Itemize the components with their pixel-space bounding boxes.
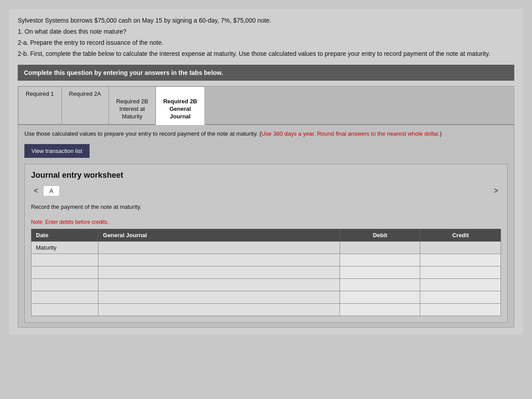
tab-content: Use those calculated values to prepare y…: [18, 125, 514, 328]
cell-date-1[interactable]: Maturity: [31, 242, 98, 254]
question-box: Complete this question by entering your …: [18, 65, 514, 81]
instruction-text: Use those calculated values to prepare y…: [24, 129, 508, 138]
col-header-credit: Credit: [420, 229, 501, 242]
cell-journal-4[interactable]: [98, 279, 340, 291]
table-row: [31, 291, 501, 304]
cell-journal-5[interactable]: [98, 291, 340, 304]
cell-debit-2[interactable]: [340, 254, 420, 266]
tab-letter-a[interactable]: A: [43, 185, 60, 196]
tabs-row: Required 1 Required 2A Required 2BIntere…: [18, 86, 514, 125]
tab-required2b-journal[interactable]: Required 2BGeneralJournal: [156, 86, 205, 125]
table-header-row: Date General Journal Debit Credit: [31, 229, 501, 242]
cell-date-6[interactable]: [31, 304, 98, 316]
note-text: Note: Enter debits before credits.: [31, 219, 501, 225]
cell-journal-3[interactable]: [98, 266, 340, 279]
cell-credit-3[interactable]: [420, 266, 501, 279]
col-header-debit: Debit: [340, 229, 420, 242]
cell-journal-1[interactable]: [98, 242, 340, 254]
nav-right-arrow[interactable]: >: [491, 185, 501, 196]
journal-table-body: Maturity: [31, 242, 501, 316]
journal-title: Journal entry worksheet: [31, 171, 501, 180]
table-row: Maturity: [31, 242, 501, 254]
view-transaction-button[interactable]: View transaction list: [24, 144, 90, 158]
intro-q2a: 2-a. Prepare the entry to record issuanc…: [18, 38, 514, 47]
journal-worksheet: Journal entry worksheet < A > Record the…: [24, 164, 508, 323]
cell-date-3[interactable]: [31, 266, 98, 279]
tab-required1[interactable]: Required 1: [18, 86, 62, 124]
cell-debit-4[interactable]: [340, 279, 420, 291]
table-row: [31, 254, 501, 266]
tab-required2a[interactable]: Required 2A: [62, 86, 109, 124]
nav-left-arrow[interactable]: <: [31, 185, 41, 196]
tab-required2b-interest[interactable]: Required 2BInterest atMaturity: [109, 86, 156, 124]
cell-debit-3[interactable]: [340, 266, 420, 279]
cell-date-4[interactable]: [31, 279, 98, 291]
instruction-highlight: Use 360 days a year. Round final answers…: [261, 130, 440, 137]
intro-q2b: 2-b. First, complete the table below to …: [18, 49, 514, 59]
page-container: Sylvestor Systems borrows $75,000 cash o…: [9, 9, 523, 335]
col-header-general-journal: General Journal: [98, 229, 340, 242]
cell-date-2[interactable]: [31, 254, 98, 266]
cell-debit-6[interactable]: [340, 304, 420, 316]
cell-credit-1[interactable]: [420, 242, 501, 254]
table-row: [31, 304, 501, 316]
intro-line1: Sylvestor Systems borrows $75,000 cash o…: [18, 16, 514, 25]
cell-debit-5[interactable]: [340, 291, 420, 304]
cell-debit-1[interactable]: [340, 242, 420, 254]
record-text: Record the payment of the note at maturi…: [31, 203, 501, 210]
question-box-text: Complete this question by entering your …: [24, 69, 223, 76]
intro-q1: 1. On what date does this note mature?: [18, 27, 514, 36]
cell-credit-2[interactable]: [420, 254, 501, 266]
intro-section: Sylvestor Systems borrows $75,000 cash o…: [18, 16, 514, 59]
cell-credit-5[interactable]: [420, 291, 501, 304]
cell-journal-6[interactable]: [98, 304, 340, 316]
cell-journal-2[interactable]: [98, 254, 340, 266]
cell-date-5[interactable]: [31, 291, 98, 304]
cell-credit-6[interactable]: [420, 304, 501, 316]
table-row: [31, 279, 501, 291]
journal-table: Date General Journal Debit Credit Maturi…: [31, 229, 501, 316]
col-header-date: Date: [31, 229, 98, 242]
tabs-container: Required 1 Required 2A Required 2BIntere…: [18, 86, 514, 328]
cell-credit-4[interactable]: [420, 279, 501, 291]
table-row: [31, 266, 501, 279]
nav-row: < A >: [31, 185, 501, 196]
